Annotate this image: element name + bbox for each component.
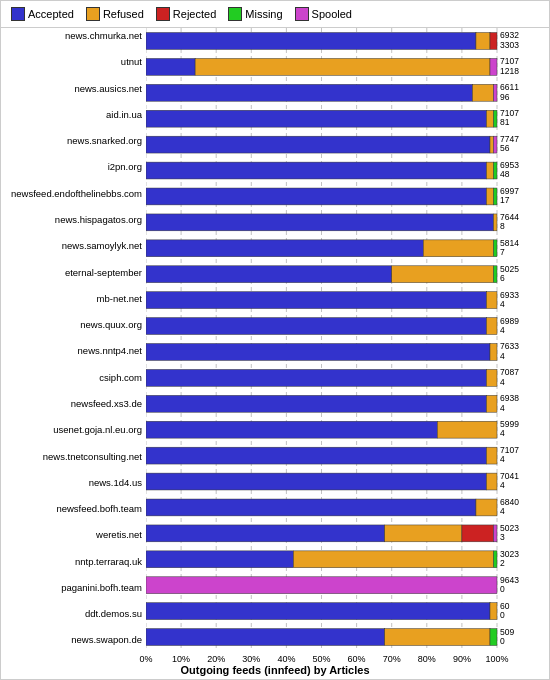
y-label: news.hispagatos.org <box>3 214 142 225</box>
x-axis-title: Outgoing feeds (innfeed) by Articles <box>1 664 549 679</box>
x-ticks-row: 0%10%20%30%40%50%60%70%80%90%100% <box>146 650 549 664</box>
x-tick-label: 80% <box>418 654 436 664</box>
legend-item-accepted: Accepted <box>11 7 74 21</box>
y-labels: news.chmurka.netutnutnews.ausics.netaid.… <box>1 28 146 664</box>
legend-item-refused: Refused <box>86 7 144 21</box>
y-label: news.chmurka.net <box>3 30 142 41</box>
chart-container: AcceptedRefusedRejectedMissingSpooled ne… <box>0 0 550 680</box>
x-tick-label: 0% <box>139 654 152 664</box>
y-label: mb-net.net <box>3 293 142 304</box>
y-label: nntp.terraraq.uk <box>3 556 142 567</box>
legend-label-missing: Missing <box>245 8 282 20</box>
legend-color-spooled <box>295 7 309 21</box>
y-label: i2pn.org <box>3 161 142 172</box>
x-tick-label: 50% <box>312 654 330 664</box>
legend-label-spooled: Spooled <box>312 8 352 20</box>
y-label: newsfeed.endofthelinebbs.com <box>3 188 142 199</box>
legend: AcceptedRefusedRejectedMissingSpooled <box>1 1 549 28</box>
x-tick-label: 40% <box>277 654 295 664</box>
x-tick-label: 30% <box>242 654 260 664</box>
legend-color-accepted <box>11 7 25 21</box>
legend-label-rejected: Rejected <box>173 8 216 20</box>
y-label: csiph.com <box>3 372 142 383</box>
y-label: news.1d4.us <box>3 477 142 488</box>
legend-item-missing: Missing <box>228 7 282 21</box>
legend-color-refused <box>86 7 100 21</box>
y-label: ddt.demos.su <box>3 608 142 619</box>
y-label: utnut <box>3 56 142 67</box>
y-label: eternal-september <box>3 267 142 278</box>
y-label: paganini.bofh.team <box>3 582 142 593</box>
x-tick-label: 100% <box>485 654 508 664</box>
y-label: news.tnetconsulting.net <box>3 451 142 462</box>
legend-color-missing <box>228 7 242 21</box>
legend-item-spooled: Spooled <box>295 7 352 21</box>
y-label: news.nntp4.net <box>3 345 142 356</box>
y-label: aid.in.ua <box>3 109 142 120</box>
y-label: news.samoylyk.net <box>3 240 142 251</box>
y-label: news.ausics.net <box>3 83 142 94</box>
x-tick-label: 90% <box>453 654 471 664</box>
y-label: news.quux.org <box>3 319 142 330</box>
y-label: newsfeed.xs3.de <box>3 398 142 409</box>
x-tick-label: 70% <box>383 654 401 664</box>
y-label: weretis.net <box>3 529 142 540</box>
legend-item-rejected: Rejected <box>156 7 216 21</box>
x-tick-label: 20% <box>207 654 225 664</box>
y-label: news.snarked.org <box>3 135 142 146</box>
bars-region <box>146 28 549 650</box>
chart-canvas <box>146 28 549 650</box>
legend-color-rejected <box>156 7 170 21</box>
y-label: newsfeed.bofh.team <box>3 503 142 514</box>
x-tick-label: 60% <box>348 654 366 664</box>
main-chart: news.chmurka.netutnutnews.ausics.netaid.… <box>1 28 549 679</box>
legend-label-accepted: Accepted <box>28 8 74 20</box>
y-label: usenet.goja.nl.eu.org <box>3 424 142 435</box>
legend-label-refused: Refused <box>103 8 144 20</box>
y-label: news.swapon.de <box>3 634 142 645</box>
x-tick-label: 10% <box>172 654 190 664</box>
